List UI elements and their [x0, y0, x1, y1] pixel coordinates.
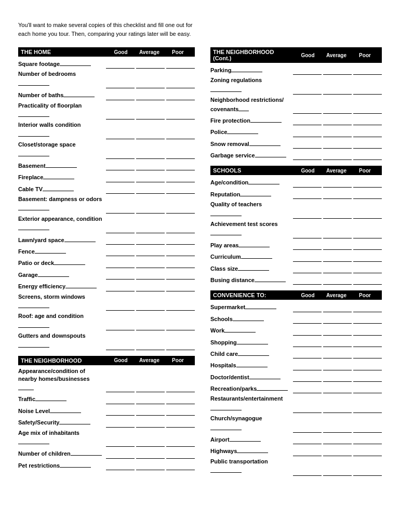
- home-poor-header: Poor: [164, 49, 192, 55]
- table-row: Public transportation: [210, 458, 382, 476]
- table-row: Class size: [210, 263, 382, 273]
- table-row: Age/condition: [210, 177, 382, 187]
- convenience-section-header: CONVENIENCE TO: Good Average Poor: [210, 290, 382, 300]
- table-row: Quality of teachers: [210, 201, 382, 219]
- table-row: Energy efficiency: [18, 281, 195, 291]
- table-row: Police: [210, 127, 382, 137]
- table-row: Garbage service: [210, 150, 382, 160]
- table-row: Schools: [210, 314, 382, 324]
- table-row: Age mix of inhabitants: [18, 429, 195, 447]
- table-row: Shopping: [210, 337, 382, 347]
- schools-section-header: SCHOOLS Good Average Poor: [210, 166, 382, 175]
- table-row: Gutters and downspouts: [18, 332, 195, 350]
- table-row: Fireplace: [18, 172, 195, 182]
- table-row: Busing distance: [210, 275, 382, 285]
- neighborhood-cont-section-header: THE NEIGHBORHOOD (Cont.) Good Average Po…: [210, 47, 382, 63]
- schools-title: SCHOOLS: [213, 167, 294, 174]
- table-row: Number of baths: [18, 90, 195, 100]
- table-row: Highways: [210, 446, 382, 456]
- table-row: Lawn/yard space: [18, 235, 195, 245]
- work-row: Work: [210, 325, 382, 335]
- table-row: Pet restrictions: [18, 460, 195, 470]
- right-column: THE NEIGHBORHOOD (Cont.) Good Average Po…: [210, 47, 382, 477]
- table-row: Fire protection: [210, 115, 382, 125]
- table-row: Airport: [210, 434, 382, 444]
- neighborhood-section-header: THE NEIGHBORHOOD Good Average Poor: [18, 356, 195, 365]
- intro-text: You'll want to make several copies of th…: [18, 21, 195, 38]
- table-row: Achievement test scores: [210, 220, 382, 238]
- table-row: Curriculum: [210, 251, 382, 261]
- neighborhood-cont-title: THE NEIGHBORHOOD (Cont.): [213, 49, 294, 61]
- home-average-header: Average: [135, 49, 164, 55]
- table-row: Hospitals: [210, 360, 382, 370]
- left-column: THE HOME Good Average Poor Square footag…: [18, 47, 195, 472]
- table-row: Number of children: [18, 448, 195, 458]
- neighborhood-title: THE NEIGHBORHOOD: [21, 357, 106, 364]
- table-row: Doctor/dentist: [210, 372, 382, 382]
- table-row: Child care: [210, 349, 382, 358]
- table-row: Exterior appearance, condition: [18, 215, 195, 233]
- table-row: Patio or deck: [18, 258, 195, 268]
- table-row: Zoning regulations: [210, 76, 382, 95]
- table-row: Interior walls condition: [18, 121, 195, 139]
- table-row: Recreation/parks: [210, 383, 382, 393]
- convenience-title: CONVENIENCE TO:: [213, 292, 294, 298]
- table-row: Cable TV: [18, 184, 195, 194]
- table-row: Fence: [18, 246, 195, 256]
- table-row: Roof: age and condition: [18, 312, 195, 330]
- home-title: THE HOME: [21, 49, 106, 55]
- table-row: Safety/Security: [18, 417, 195, 427]
- table-row: Noise Level: [18, 406, 195, 416]
- table-row: Basement: [18, 161, 195, 170]
- table-row: Closet/storage space: [18, 141, 195, 159]
- table-row: Square footage: [18, 59, 195, 69]
- table-row: Basement: dampness or odors: [18, 195, 195, 214]
- table-row: Play areas: [210, 240, 382, 250]
- table-row: Church/synagogue: [210, 415, 382, 433]
- table-row: Practicality of floorplan: [18, 102, 195, 120]
- table-row: Restaurants/entertainment: [210, 395, 382, 413]
- table-row: Screens, storm windows: [18, 293, 195, 311]
- home-section-header: THE HOME Good Average Poor: [18, 47, 195, 57]
- table-row: Appearance/condition of nearby homes/bus…: [18, 367, 195, 393]
- table-row: Snow removal: [210, 139, 382, 149]
- table-row: Number of bedrooms: [18, 70, 195, 88]
- table-row: Garage: [18, 270, 195, 280]
- table-row: Supermarket: [210, 302, 382, 312]
- table-row: Traffic: [18, 394, 195, 404]
- home-good-header: Good: [106, 49, 135, 55]
- table-row: Reputation: [210, 189, 382, 199]
- table-row: Neighborhood restrictions/ covenants: [210, 96, 382, 114]
- table-row: Parking: [210, 65, 382, 75]
